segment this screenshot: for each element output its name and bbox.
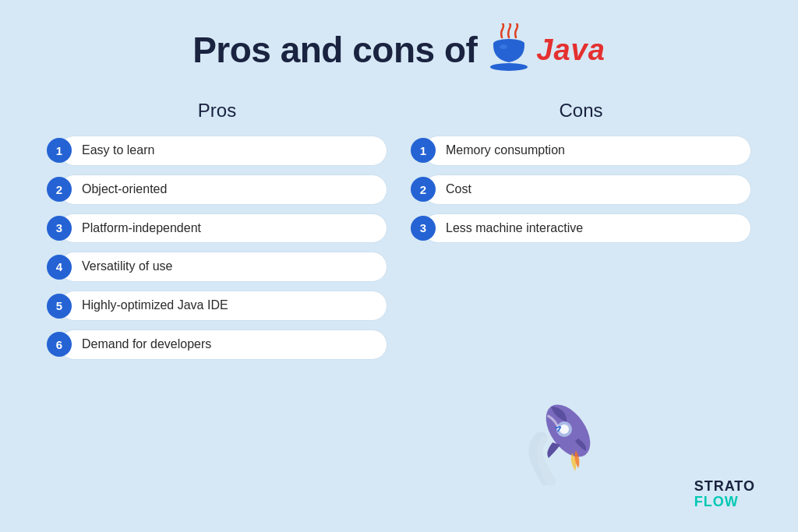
svg-point-1 <box>490 63 528 71</box>
rocket-icon: > <box>494 361 627 485</box>
pros-label-3: Platform-independent <box>59 213 387 244</box>
page: Pros and cons of Java Pros <box>0 0 798 532</box>
rocket-illustration: > <box>494 361 627 485</box>
brand-logo: STRATO FLOW <box>694 478 755 510</box>
header: Pros and cons of Java <box>47 23 751 76</box>
pros-item-2: 2 Object-oriented <box>47 174 387 205</box>
cons-item-1: 1 Memory consumption <box>411 136 751 166</box>
pros-label-6: Demand for developers <box>59 329 387 360</box>
brand-line1: STRATO <box>694 478 755 495</box>
java-cup-icon <box>486 23 531 76</box>
brand-flow-accent: W <box>725 494 739 509</box>
pros-number-5: 5 <box>47 294 72 319</box>
cons-label-2: Cost <box>423 174 751 205</box>
pros-label-2: Object-oriented <box>59 174 387 205</box>
java-text: Java <box>536 35 606 65</box>
pros-label-5: Highly-optimized Java IDE <box>59 291 387 321</box>
cons-number-3: 3 <box>411 216 436 241</box>
pros-label-4: Versatility of use <box>59 252 387 282</box>
cons-item-2: 2 Cost <box>411 174 751 205</box>
pros-list: 1 Easy to learn 2 Object-oriented 3 Plat… <box>47 136 387 360</box>
cons-label-1: Memory consumption <box>423 136 751 166</box>
pros-item-5: 5 Highly-optimized Java IDE <box>47 291 387 321</box>
svg-point-2 <box>500 44 507 49</box>
page-title: Pros and cons of <box>192 29 477 71</box>
columns-container: Pros 1 Easy to learn 2 Object-oriented 3… <box>47 100 751 360</box>
pros-number-4: 4 <box>47 255 72 280</box>
cons-item-3: 3 Less machine interactive <box>411 213 751 244</box>
cons-label-3: Less machine interactive <box>423 213 751 244</box>
pros-item-1: 1 Easy to learn <box>47 136 387 166</box>
cons-number-2: 2 <box>411 177 436 202</box>
pros-header: Pros <box>47 100 387 122</box>
pros-item-6: 6 Demand for developers <box>47 329 387 360</box>
cons-header: Cons <box>411 100 751 122</box>
pros-column: Pros 1 Easy to learn 2 Object-oriented 3… <box>47 100 387 360</box>
cons-list: 1 Memory consumption 2 Cost 3 Less machi… <box>411 136 751 243</box>
pros-number-2: 2 <box>47 177 72 202</box>
pros-label-1: Easy to learn <box>59 136 387 166</box>
pros-item-3: 3 Platform-independent <box>47 213 387 244</box>
brand-line2: FLOW <box>694 494 755 510</box>
java-logo: Java <box>486 23 606 76</box>
brand-flow-plain: FLO <box>694 494 725 509</box>
cons-column: Cons 1 Memory consumption 2 Cost 3 Less … <box>411 100 751 360</box>
pros-item-4: 4 Versatility of use <box>47 252 387 282</box>
pros-number-3: 3 <box>47 216 72 241</box>
